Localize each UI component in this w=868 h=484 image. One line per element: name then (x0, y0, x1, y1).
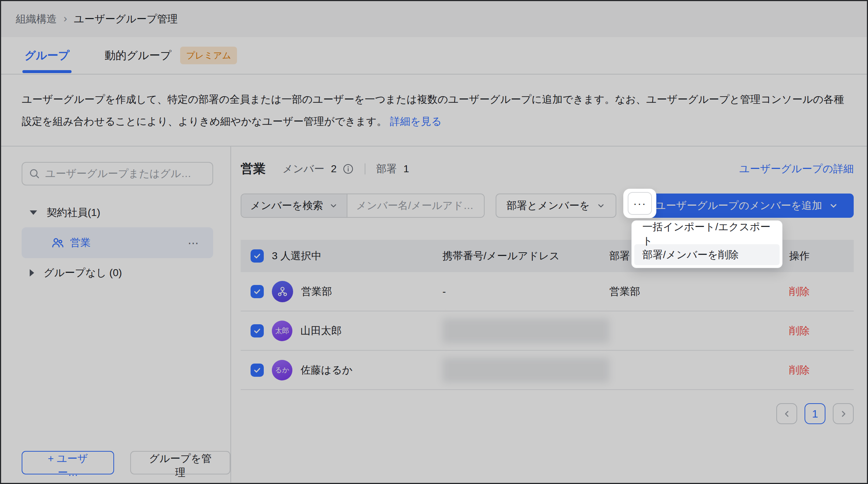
more-actions-button[interactable]: ··· (628, 192, 652, 215)
menu-item-bulk-import-export[interactable]: 一括インポート/エクスポート (634, 223, 780, 244)
more-actions-menu: 一括インポート/エクスポート 部署/メンバーを削除 (631, 220, 783, 268)
admin-console-screen: 組織構造 › ユーザーグループ管理 グループ 動的グループ プレミアム ユーザー… (0, 0, 868, 484)
more-actions-spotlight: ··· (623, 189, 656, 218)
